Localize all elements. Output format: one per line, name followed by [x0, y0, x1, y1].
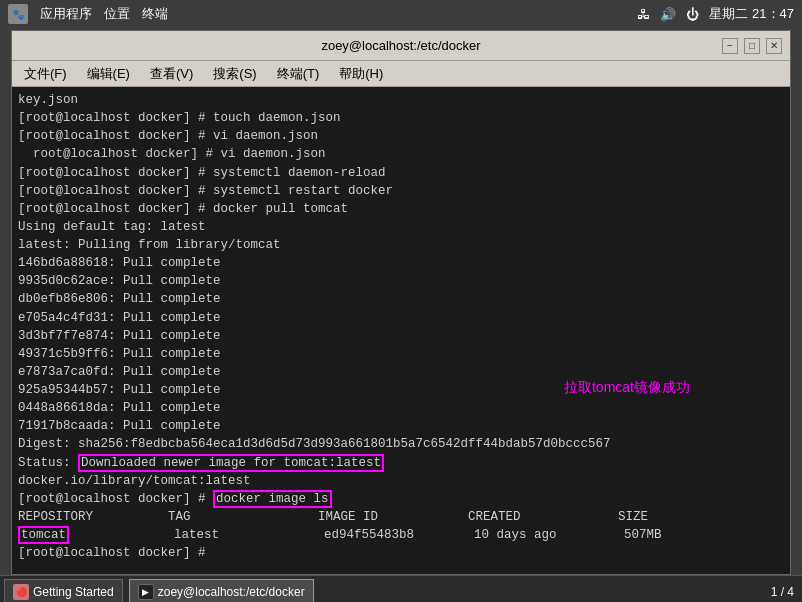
- power-icon: ⏻: [686, 7, 699, 22]
- menu-help[interactable]: 帮助(H): [331, 63, 391, 85]
- terminal-icon: ▶: [138, 584, 154, 600]
- term-line: root@localhost docker] # vi daemon.json: [18, 145, 784, 163]
- terminal-window: zoey@localhost:/etc/docker − □ ✕ 文件(F) 编…: [11, 30, 791, 575]
- restore-button[interactable]: □: [744, 38, 760, 54]
- term-line: [root@localhost docker] # vi daemon.json: [18, 127, 784, 145]
- menu-bar: 文件(F) 编辑(E) 查看(V) 搜索(S) 终端(T) 帮助(H): [12, 61, 790, 87]
- terminal-label: zoey@localhost:/etc/docker: [158, 585, 305, 599]
- volume-icon: 🔊: [660, 7, 676, 22]
- tomcat-highlight: tomcat: [18, 526, 69, 544]
- close-button[interactable]: ✕: [766, 38, 782, 54]
- taskbar-right: 1 / 4: [771, 585, 798, 599]
- minimize-button[interactable]: −: [722, 38, 738, 54]
- datetime: 星期二 21：47: [709, 5, 794, 23]
- menu-view[interactable]: 查看(V): [142, 63, 201, 85]
- term-line: [root@localhost docker] # systemctl rest…: [18, 182, 784, 200]
- network-icon: 🖧: [637, 7, 650, 22]
- window-controls: − □ ✕: [722, 38, 782, 54]
- term-line: e705a4c4fd31: Pull complete: [18, 309, 784, 327]
- taskbar-getting-started[interactable]: 🔴 Getting Started: [4, 579, 123, 603]
- term-line-header: REPOSITORY TAG IMAGE ID CREATED SIZE: [18, 508, 784, 526]
- annotation-text: 拉取tomcat镜像成功: [564, 377, 690, 397]
- term-line: 0448a86618da: Pull complete: [18, 399, 784, 417]
- term-line: key.json: [18, 91, 784, 109]
- command-highlight: docker image ls: [213, 490, 332, 508]
- title-bar: zoey@localhost:/etc/docker − □ ✕: [12, 31, 790, 61]
- system-bar-right: 🖧 🔊 ⏻ 星期二 21：47: [637, 5, 794, 23]
- term-line: docker.io/library/tomcat:latest: [18, 472, 784, 490]
- menu-apps[interactable]: 应用程序: [40, 5, 92, 23]
- page-indicator: 1 / 4: [771, 585, 794, 599]
- getting-started-icon: 🔴: [13, 584, 29, 600]
- term-line: [root@localhost docker] # docker pull to…: [18, 200, 784, 218]
- term-line: db0efb86e806: Pull complete: [18, 290, 784, 308]
- system-bar: 🐾 应用程序 位置 终端 🖧 🔊 ⏻ 星期二 21：47: [0, 0, 802, 28]
- system-bar-left: 🐾 应用程序 位置 终端: [8, 4, 168, 24]
- getting-started-label: Getting Started: [33, 585, 114, 599]
- term-line: Using default tag: latest: [18, 218, 784, 236]
- menu-search[interactable]: 搜索(S): [205, 63, 264, 85]
- term-line-tomcat: tomcat latest ed94f55483b8 10 days ago 5…: [18, 526, 784, 544]
- menu-edit[interactable]: 编辑(E): [79, 63, 138, 85]
- status-highlight: Downloaded newer image for tomcat:latest: [78, 454, 384, 472]
- term-line: Digest: sha256:f8edbcba564eca1d3d6d5d73d…: [18, 435, 784, 453]
- terminal-content[interactable]: key.json [root@localhost docker] # touch…: [12, 87, 790, 574]
- term-line: [root@localhost docker] # touch daemon.j…: [18, 109, 784, 127]
- taskbar-left: 🔴 Getting Started ▶ zoey@localhost:/etc/…: [4, 579, 314, 603]
- menu-terminal[interactable]: 终端(T): [269, 63, 328, 85]
- term-line-status: Status: Downloaded newer image for tomca…: [18, 454, 784, 472]
- menu-terminal[interactable]: 终端: [142, 5, 168, 23]
- term-line: latest: Pulling from library/tomcat: [18, 236, 784, 254]
- window-title: zoey@localhost:/etc/docker: [80, 38, 722, 53]
- taskbar-terminal[interactable]: ▶ zoey@localhost:/etc/docker: [129, 579, 314, 603]
- menu-file[interactable]: 文件(F): [16, 63, 75, 85]
- term-line-command: [root@localhost docker] # docker image l…: [18, 490, 784, 508]
- term-line: [root@localhost docker] # systemctl daem…: [18, 164, 784, 182]
- term-line: 3d3bf7f7e874: Pull complete: [18, 327, 784, 345]
- term-line: 146bd6a88618: Pull complete: [18, 254, 784, 272]
- term-line-prompt: [root@localhost docker] #: [18, 544, 784, 562]
- menu-places[interactable]: 位置: [104, 5, 130, 23]
- term-line: 49371c5b9ff6: Pull complete: [18, 345, 784, 363]
- app-icon: 🐾: [8, 4, 28, 24]
- term-line: 71917b8caada: Pull complete: [18, 417, 784, 435]
- term-line: 9935d0c62ace: Pull complete: [18, 272, 784, 290]
- taskbar: 🔴 Getting Started ▶ zoey@localhost:/etc/…: [0, 575, 802, 602]
